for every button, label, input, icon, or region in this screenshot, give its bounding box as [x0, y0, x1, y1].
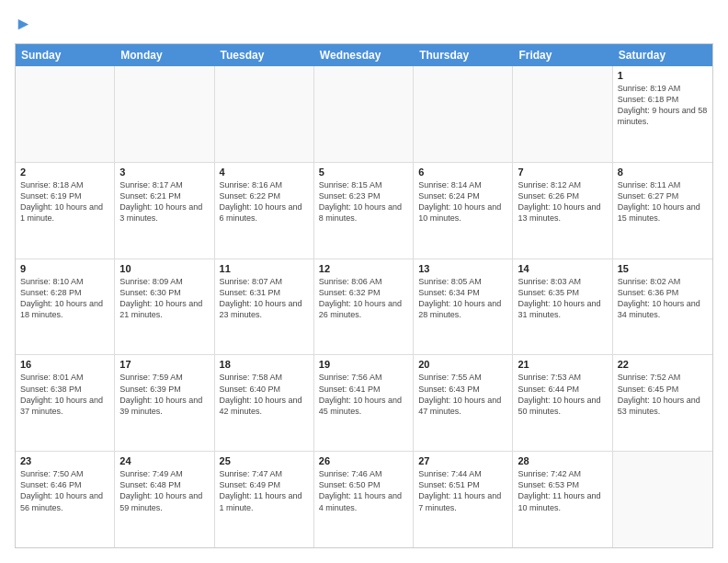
day-number: 3 — [119, 167, 209, 178]
day-info: Sunrise: 8:11 AM Sunset: 6:27 PM Dayligh… — [618, 179, 708, 224]
header: ► — [15, 15, 713, 34]
day-info: Sunrise: 7:52 AM Sunset: 6:45 PM Dayligh… — [618, 372, 708, 417]
calendar-cell: 19Sunrise: 7:56 AM Sunset: 6:41 PM Dayli… — [314, 355, 414, 451]
calendar-cell: 14Sunrise: 8:03 AM Sunset: 6:35 PM Dayli… — [513, 259, 612, 355]
day-info: Sunrise: 7:56 AM Sunset: 6:41 PM Dayligh… — [319, 372, 408, 417]
day-number: 7 — [518, 167, 607, 178]
day-number: 26 — [319, 455, 408, 466]
day-number: 13 — [418, 263, 507, 274]
calendar-cell — [115, 66, 214, 162]
day-info: Sunrise: 7:49 AM Sunset: 6:48 PM Dayligh… — [119, 468, 209, 513]
day-info: Sunrise: 8:17 AM Sunset: 6:21 PM Dayligh… — [119, 179, 209, 224]
day-number: 9 — [20, 263, 109, 274]
day-info: Sunrise: 8:09 AM Sunset: 6:30 PM Dayligh… — [119, 276, 209, 321]
day-info: Sunrise: 8:12 AM Sunset: 6:26 PM Dayligh… — [518, 179, 607, 224]
day-info: Sunrise: 8:10 AM Sunset: 6:28 PM Dayligh… — [20, 276, 109, 321]
calendar-cell: 11Sunrise: 8:07 AM Sunset: 6:31 PM Dayli… — [215, 259, 314, 355]
calendar-cell: 4Sunrise: 8:16 AM Sunset: 6:22 PM Daylig… — [215, 163, 314, 259]
calendar-cell: 16Sunrise: 8:01 AM Sunset: 6:38 PM Dayli… — [16, 355, 115, 451]
day-header-sunday: Sunday — [16, 44, 115, 66]
day-info: Sunrise: 8:15 AM Sunset: 6:23 PM Dayligh… — [319, 179, 408, 224]
day-number: 25 — [220, 455, 309, 466]
day-info: Sunrise: 7:59 AM Sunset: 6:39 PM Dayligh… — [119, 372, 209, 417]
day-info: Sunrise: 8:07 AM Sunset: 6:31 PM Dayligh… — [220, 276, 309, 321]
calendar-cell: 5Sunrise: 8:15 AM Sunset: 6:23 PM Daylig… — [314, 163, 414, 259]
page: ► SundayMondayTuesdayWednesdayThursdayFr… — [0, 0, 728, 563]
day-info: Sunrise: 7:50 AM Sunset: 6:46 PM Dayligh… — [20, 468, 109, 513]
day-info: Sunrise: 8:19 AM Sunset: 6:18 PM Dayligh… — [618, 83, 708, 128]
day-number: 23 — [20, 455, 109, 466]
day-header-thursday: Thursday — [414, 44, 513, 66]
day-number: 10 — [119, 263, 209, 274]
calendar-cell: 6Sunrise: 8:14 AM Sunset: 6:24 PM Daylig… — [414, 163, 513, 259]
day-number: 4 — [220, 167, 309, 178]
day-number: 16 — [20, 359, 109, 370]
calendar-cell: 3Sunrise: 8:17 AM Sunset: 6:21 PM Daylig… — [115, 163, 214, 259]
calendar-cell — [613, 452, 712, 547]
calendar-cell: 18Sunrise: 7:58 AM Sunset: 6:40 PM Dayli… — [215, 355, 314, 451]
day-info: Sunrise: 8:05 AM Sunset: 6:34 PM Dayligh… — [418, 276, 507, 321]
day-number: 1 — [618, 70, 708, 81]
day-header-tuesday: Tuesday — [215, 44, 314, 66]
calendar-cell: 23Sunrise: 7:50 AM Sunset: 6:46 PM Dayli… — [16, 452, 115, 547]
calendar-cell: 7Sunrise: 8:12 AM Sunset: 6:26 PM Daylig… — [513, 163, 612, 259]
calendar-cell: 10Sunrise: 8:09 AM Sunset: 6:30 PM Dayli… — [115, 259, 214, 355]
calendar-cell: 22Sunrise: 7:52 AM Sunset: 6:45 PM Dayli… — [613, 355, 712, 451]
day-number: 11 — [220, 263, 309, 274]
day-info: Sunrise: 8:16 AM Sunset: 6:22 PM Dayligh… — [220, 179, 309, 224]
day-info: Sunrise: 7:55 AM Sunset: 6:43 PM Dayligh… — [418, 372, 507, 417]
calendar-cell: 26Sunrise: 7:46 AM Sunset: 6:50 PM Dayli… — [314, 452, 414, 547]
calendar-row-2: 2Sunrise: 8:18 AM Sunset: 6:19 PM Daylig… — [16, 163, 712, 259]
day-header-monday: Monday — [115, 44, 214, 66]
day-header-wednesday: Wednesday — [314, 44, 414, 66]
calendar-cell — [215, 66, 314, 162]
day-info: Sunrise: 7:47 AM Sunset: 6:49 PM Dayligh… — [220, 468, 309, 513]
day-info: Sunrise: 7:44 AM Sunset: 6:51 PM Dayligh… — [418, 468, 507, 513]
day-info: Sunrise: 8:18 AM Sunset: 6:19 PM Dayligh… — [20, 179, 109, 224]
day-info: Sunrise: 7:42 AM Sunset: 6:53 PM Dayligh… — [518, 468, 607, 513]
calendar-cell — [16, 66, 115, 162]
day-info: Sunrise: 8:14 AM Sunset: 6:24 PM Dayligh… — [418, 179, 507, 224]
day-number: 28 — [518, 455, 607, 466]
day-info: Sunrise: 7:53 AM Sunset: 6:44 PM Dayligh… — [518, 372, 607, 417]
day-number: 5 — [319, 167, 408, 178]
calendar-cell — [314, 66, 414, 162]
calendar-cell: 2Sunrise: 8:18 AM Sunset: 6:19 PM Daylig… — [16, 163, 115, 259]
calendar: SundayMondayTuesdayWednesdayThursdayFrid… — [15, 43, 713, 548]
calendar-cell: 24Sunrise: 7:49 AM Sunset: 6:48 PM Dayli… — [115, 452, 214, 547]
calendar-cell: 27Sunrise: 7:44 AM Sunset: 6:51 PM Dayli… — [414, 452, 513, 547]
logo: ► — [15, 15, 32, 34]
calendar-cell: 25Sunrise: 7:47 AM Sunset: 6:49 PM Dayli… — [215, 452, 314, 547]
day-number: 19 — [319, 359, 408, 370]
day-number: 15 — [618, 263, 708, 274]
calendar-row-5: 23Sunrise: 7:50 AM Sunset: 6:46 PM Dayli… — [16, 452, 712, 547]
day-info: Sunrise: 8:02 AM Sunset: 6:36 PM Dayligh… — [618, 276, 708, 321]
day-info: Sunrise: 7:46 AM Sunset: 6:50 PM Dayligh… — [319, 468, 408, 513]
day-info: Sunrise: 8:01 AM Sunset: 6:38 PM Dayligh… — [20, 372, 109, 417]
calendar-cell: 1Sunrise: 8:19 AM Sunset: 6:18 PM Daylig… — [613, 66, 712, 162]
calendar-cell: 20Sunrise: 7:55 AM Sunset: 6:43 PM Dayli… — [414, 355, 513, 451]
day-number: 18 — [220, 359, 309, 370]
calendar-row-3: 9Sunrise: 8:10 AM Sunset: 6:28 PM Daylig… — [16, 259, 712, 356]
day-number: 27 — [418, 455, 507, 466]
day-number: 17 — [119, 359, 209, 370]
day-number: 22 — [618, 359, 708, 370]
calendar-body: 1Sunrise: 8:19 AM Sunset: 6:18 PM Daylig… — [16, 66, 712, 547]
calendar-cell: 9Sunrise: 8:10 AM Sunset: 6:28 PM Daylig… — [16, 259, 115, 355]
day-header-friday: Friday — [513, 44, 612, 66]
day-number: 12 — [319, 263, 408, 274]
calendar-cell: 8Sunrise: 8:11 AM Sunset: 6:27 PM Daylig… — [613, 163, 712, 259]
calendar-cell: 15Sunrise: 8:02 AM Sunset: 6:36 PM Dayli… — [613, 259, 712, 355]
calendar-cell: 21Sunrise: 7:53 AM Sunset: 6:44 PM Dayli… — [513, 355, 612, 451]
calendar-cell: 28Sunrise: 7:42 AM Sunset: 6:53 PM Dayli… — [513, 452, 612, 547]
calendar-cell: 12Sunrise: 8:06 AM Sunset: 6:32 PM Dayli… — [314, 259, 414, 355]
calendar-row-4: 16Sunrise: 8:01 AM Sunset: 6:38 PM Dayli… — [16, 355, 712, 452]
calendar-cell — [513, 66, 612, 162]
day-number: 24 — [119, 455, 209, 466]
calendar-row-1: 1Sunrise: 8:19 AM Sunset: 6:18 PM Daylig… — [16, 66, 712, 163]
day-header-saturday: Saturday — [613, 44, 712, 66]
day-info: Sunrise: 8:06 AM Sunset: 6:32 PM Dayligh… — [319, 276, 408, 321]
calendar-cell: 13Sunrise: 8:05 AM Sunset: 6:34 PM Dayli… — [414, 259, 513, 355]
day-number: 14 — [518, 263, 607, 274]
day-info: Sunrise: 7:58 AM Sunset: 6:40 PM Dayligh… — [220, 372, 309, 417]
